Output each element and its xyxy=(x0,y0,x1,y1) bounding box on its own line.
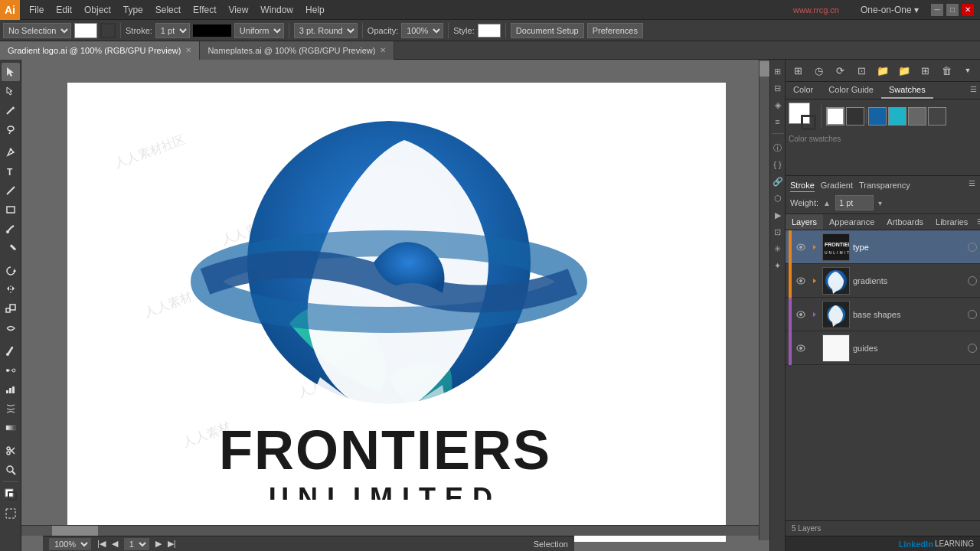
menu-help[interactable]: Help xyxy=(299,0,331,20)
panel-expand[interactable]: ▼ xyxy=(960,63,975,78)
scale-tool[interactable] xyxy=(2,300,20,318)
cc-libraries-icon[interactable]: ≡ xyxy=(771,115,785,129)
weight-dropdown[interactable]: ▾ xyxy=(878,199,882,207)
transparency-tab[interactable]: Transparency xyxy=(859,179,910,192)
preferences-button[interactable]: Preferences xyxy=(587,23,643,38)
workspace-selector[interactable]: One-on-One ▾ xyxy=(854,0,925,20)
pencil-tool[interactable] xyxy=(2,239,20,257)
direct-selection-tool[interactable] xyxy=(2,82,20,100)
nav-next[interactable]: ▶ xyxy=(155,539,162,549)
layer-arrow-type[interactable] xyxy=(810,243,819,252)
fill-stroke-indicator[interactable] xyxy=(2,485,20,504)
gradient-tool[interactable] xyxy=(2,419,20,437)
align-icon[interactable]: ⊟ xyxy=(771,81,785,95)
menu-edit[interactable]: Edit xyxy=(50,0,78,20)
menu-effect[interactable]: Effect xyxy=(187,0,222,20)
weight-input[interactable] xyxy=(835,195,874,210)
layer-lock-base[interactable] xyxy=(968,310,977,319)
layer-guides[interactable]: guides xyxy=(786,331,980,365)
nav-last[interactable]: ▶| xyxy=(168,539,176,549)
appearance-tab[interactable]: Appearance xyxy=(823,214,880,230)
blend-tool[interactable] xyxy=(2,361,20,380)
paintbrush-tool[interactable] xyxy=(2,220,20,238)
pen-tool[interactable] xyxy=(2,143,20,161)
minimize-button[interactable]: ─ xyxy=(931,4,943,16)
panel-icon-7[interactable]: ⊞ xyxy=(918,63,933,78)
menu-select[interactable]: Select xyxy=(149,0,187,20)
tab-close-1[interactable]: ✕ xyxy=(185,46,191,54)
tab-close-2[interactable]: ✕ xyxy=(380,46,386,54)
selection-tool[interactable] xyxy=(2,63,20,81)
panel-icon-5[interactable]: 📁 xyxy=(875,63,890,78)
layer-eye-base[interactable] xyxy=(795,308,807,321)
magic-wand-tool[interactable] xyxy=(2,101,20,119)
stroke-width-select[interactable]: 1 pt xyxy=(155,23,190,38)
tab-nameplates[interactable]: Nameplates.ai @ 100% (RGB/GPU Preview) ✕ xyxy=(200,41,394,60)
panel-icon-2[interactable]: ◷ xyxy=(812,63,827,78)
scroll-bar-right[interactable] xyxy=(759,60,769,540)
menu-file[interactable]: File xyxy=(23,0,50,20)
layer-lock-type[interactable] xyxy=(968,243,977,252)
scroll-thumb-h[interactable] xyxy=(52,526,98,536)
menu-window[interactable]: Window xyxy=(254,0,299,20)
column-graph-tool[interactable] xyxy=(2,380,20,399)
color-tab[interactable]: Color xyxy=(786,82,821,99)
no-selection-select[interactable]: No Selection xyxy=(3,23,71,38)
close-button[interactable]: ✕ xyxy=(962,4,974,16)
eyedropper-tool[interactable] xyxy=(2,342,20,360)
type-tool[interactable]: T xyxy=(2,162,20,181)
menu-view[interactable]: View xyxy=(223,0,255,20)
menu-type[interactable]: Type xyxy=(117,0,149,20)
panel-icon-6[interactable]: 📁 xyxy=(897,63,912,78)
panel-delete[interactable]: 🗑 xyxy=(939,63,954,78)
scissors-tool[interactable] xyxy=(2,442,20,460)
nav-first[interactable]: |◀ xyxy=(97,539,106,549)
collapse-icon[interactable]: ✦ xyxy=(771,259,785,272)
menu-object[interactable]: Object xyxy=(78,0,117,20)
layer-arrow-gradients[interactable] xyxy=(810,276,819,285)
panel-menu[interactable]: ☰ xyxy=(967,82,980,99)
canvas-area[interactable]: 人人素材社区 人人素材社区 人人素材 人人素材社区 人人素材社区 人人素材 xyxy=(21,60,769,551)
page-select[interactable]: 1 xyxy=(124,538,149,550)
pathfinder-icon[interactable]: ◈ xyxy=(771,98,785,112)
fill-swatch[interactable] xyxy=(74,23,97,38)
document-setup-button[interactable]: Document Setup xyxy=(511,23,584,38)
layer-eye-guides[interactable] xyxy=(795,342,807,354)
stroke-color-swatch[interactable] xyxy=(801,115,816,130)
transform-tool-icon[interactable]: ⊞ xyxy=(771,64,785,78)
layers-tab[interactable]: Layers xyxy=(786,214,823,230)
zoom-tool[interactable] xyxy=(2,461,20,479)
rect-tool[interactable] xyxy=(2,201,20,219)
swatch-blue[interactable] xyxy=(868,107,887,126)
swatch-white[interactable] xyxy=(826,107,844,126)
layer-base-shapes[interactable]: base shapes xyxy=(786,298,980,331)
zoom-select[interactable]: 100% xyxy=(49,538,91,550)
css-icon[interactable]: { } xyxy=(771,158,785,171)
stroke-tab[interactable]: Stroke xyxy=(790,179,815,192)
scroll-bar-bottom[interactable] xyxy=(21,525,759,536)
tab-gradient-logo[interactable]: Gradient logo.ai @ 100% (RGB/GPU Preview… xyxy=(0,41,200,60)
info-icon[interactable]: ⓘ xyxy=(771,141,785,155)
stroke-type-select[interactable]: Uniform xyxy=(234,23,284,38)
reflect-tool[interactable] xyxy=(2,281,20,299)
stroke-swatch[interactable] xyxy=(100,23,116,38)
maximize-button[interactable]: □ xyxy=(946,4,959,16)
artboards-tab[interactable]: Artboards xyxy=(880,214,929,230)
lasso-tool[interactable] xyxy=(2,120,20,139)
panel-icon-3[interactable]: ⟳ xyxy=(833,63,848,78)
expand-icon[interactable]: ✳ xyxy=(771,242,785,256)
libraries-tab[interactable]: Libraries xyxy=(929,214,974,230)
layer-type[interactable]: FRONTIERS UNLIMITED type xyxy=(786,230,980,264)
layer-lock-guides[interactable] xyxy=(968,344,977,353)
play-icon[interactable]: ▶ xyxy=(771,208,785,222)
rotate-tool[interactable] xyxy=(2,262,20,280)
layer-eye-gradients[interactable] xyxy=(795,275,807,287)
layer-eye-type[interactable] xyxy=(795,241,807,253)
warp-tool[interactable] xyxy=(2,319,20,337)
gradient-tab[interactable]: Gradient xyxy=(821,179,853,192)
layer-lock-gradients[interactable] xyxy=(968,276,977,285)
swatch-cyan[interactable] xyxy=(888,107,906,126)
panel-icon-1[interactable]: ⊞ xyxy=(790,63,805,78)
variables-icon[interactable]: ⊡ xyxy=(771,225,785,239)
line-tool[interactable] xyxy=(2,181,20,200)
